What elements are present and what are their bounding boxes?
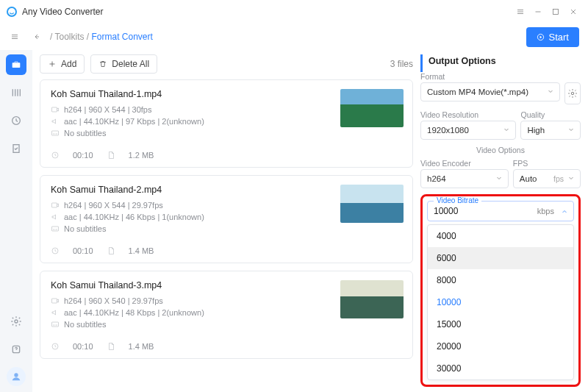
app-logo-icon <box>6 6 18 18</box>
play-icon <box>537 33 545 41</box>
chevron-down-icon <box>546 87 555 97</box>
file-duration: 00:10 <box>73 246 93 255</box>
chevron-down-icon <box>567 174 576 184</box>
resolution-label: Video Resolution <box>420 110 516 119</box>
file-count: 3 files <box>390 59 413 69</box>
bitrate-option[interactable]: 6000 <box>428 247 573 269</box>
svg-point-6 <box>15 320 18 323</box>
sidebar-item-settings[interactable] <box>6 311 26 332</box>
thumbnail <box>340 185 404 223</box>
sidebar-item-bookmark[interactable] <box>6 138 26 159</box>
file-size: 1.2 MB <box>129 151 154 160</box>
close-button[interactable] <box>564 3 582 21</box>
bitrate-option[interactable]: 4000 <box>428 225 573 247</box>
bitrate-option[interactable]: 15000 <box>428 313 573 335</box>
svg-rect-1 <box>553 10 559 15</box>
video-icon <box>51 105 60 114</box>
bitrate-dropdown: 4000 6000 8000 10000 15000 20000 30000 <box>427 224 574 380</box>
svg-rect-12 <box>52 203 57 207</box>
bitrate-combobox[interactable]: Video Bitrate kbps <box>427 201 574 221</box>
breadcrumb: / Toolkits / Format Convert <box>50 32 153 42</box>
format-select[interactable]: Custom MP4 Movie(*.mp4) <box>420 82 560 101</box>
hamburger-icon[interactable] <box>6 28 24 46</box>
video-icon <box>51 201 60 210</box>
sidebar-item-library[interactable] <box>6 82 26 103</box>
user-avatar[interactable] <box>7 367 26 386</box>
file-card[interactable]: Koh Samui Thailand-2.mp4 h264 | 960 X 54… <box>40 175 413 263</box>
menu-button[interactable] <box>512 3 529 21</box>
chevron-down-icon <box>567 125 576 135</box>
file-duration: 00:10 <box>73 151 93 160</box>
sidebar-item-toolkits[interactable] <box>6 54 26 75</box>
fps-select[interactable]: Auto fps <box>513 169 581 188</box>
breadcrumb-root[interactable]: Toolkits <box>54 32 84 42</box>
chevron-up-icon[interactable] <box>560 207 569 218</box>
bitrate-label: Video Bitrate <box>434 196 481 204</box>
bitrate-highlight: Video Bitrate kbps 4000 6000 8000 10000 … <box>420 194 581 387</box>
thumbnail <box>340 89 404 127</box>
start-button[interactable]: Start <box>526 27 579 47</box>
chevron-down-icon <box>502 125 511 135</box>
file-list-panel: Add Delete All 3 files Koh Samui Thailan… <box>40 54 413 385</box>
encoder-label: Video Encoder <box>420 159 509 168</box>
svg-rect-3 <box>12 63 21 68</box>
clock-icon <box>51 151 60 160</box>
bitrate-option[interactable]: 20000 <box>428 335 573 357</box>
video-options-heading: Video Options <box>420 146 581 154</box>
bitrate-option[interactable]: 10000 <box>428 291 573 313</box>
audio-icon <box>51 308 60 317</box>
svg-rect-9 <box>52 107 57 112</box>
clock-icon <box>51 342 60 351</box>
output-options-title: Output Options <box>420 54 581 72</box>
delete-all-button[interactable]: Delete All <box>90 54 157 74</box>
resolution-select[interactable]: 1920x1080 <box>420 121 516 140</box>
encoder-select[interactable]: h264 <box>420 169 509 188</box>
file-size: 1.4 MB <box>129 246 154 255</box>
plus-icon <box>48 60 57 68</box>
bitrate-unit: kbps <box>537 207 554 215</box>
svg-rect-16 <box>52 322 59 327</box>
add-button[interactable]: Add <box>40 54 85 74</box>
chevron-down-icon <box>495 174 503 184</box>
subtitle-icon <box>51 224 60 233</box>
audio-icon <box>51 117 60 126</box>
svg-rect-10 <box>52 131 59 135</box>
maximize-button[interactable] <box>547 3 564 21</box>
quality-select[interactable]: High <box>520 121 581 140</box>
format-settings-button[interactable] <box>564 82 581 104</box>
bitrate-input[interactable] <box>434 206 514 216</box>
title-bar: Any Video Converter <box>0 0 588 24</box>
bitrate-option[interactable]: 8000 <box>428 269 573 291</box>
file-icon <box>107 246 115 255</box>
fps-label: FPS <box>513 159 581 168</box>
thumbnail <box>340 280 404 318</box>
svg-point-0 <box>7 7 16 16</box>
file-icon <box>107 151 115 160</box>
svg-point-18 <box>571 92 574 95</box>
sidebar-item-history[interactable] <box>6 110 26 131</box>
sidebar-item-help[interactable] <box>6 339 26 360</box>
subtitle-icon <box>51 320 60 329</box>
minimize-button[interactable] <box>529 3 547 21</box>
file-card[interactable]: Koh Samui Thailand-3.mp4 h264 | 960 X 54… <box>40 271 413 359</box>
breadcrumb-page[interactable]: Format Convert <box>91 32 152 42</box>
svg-rect-15 <box>52 299 57 303</box>
subtitle-icon <box>51 129 60 138</box>
app-title: Any Video Converter <box>22 7 104 17</box>
bitrate-option[interactable]: 30000 <box>428 357 573 379</box>
file-icon <box>107 342 115 351</box>
quality-label: Quality <box>520 110 581 119</box>
clock-icon <box>51 246 60 255</box>
file-size: 1.4 MB <box>129 342 154 351</box>
top-bar: / Toolkits / Format Convert Start <box>0 24 588 50</box>
file-card[interactable]: Koh Samui Thailand-1.mp4 h264 | 960 X 54… <box>40 79 413 168</box>
file-duration: 00:10 <box>73 342 93 351</box>
video-icon <box>51 296 60 305</box>
audio-icon <box>51 213 60 221</box>
svg-rect-13 <box>52 227 59 231</box>
back-button[interactable] <box>28 28 46 46</box>
output-options-panel: Output Options Format Custom MP4 Movie(*… <box>420 54 581 385</box>
format-label: Format <box>420 72 581 81</box>
svg-point-8 <box>14 373 18 377</box>
trash-icon <box>98 60 107 68</box>
